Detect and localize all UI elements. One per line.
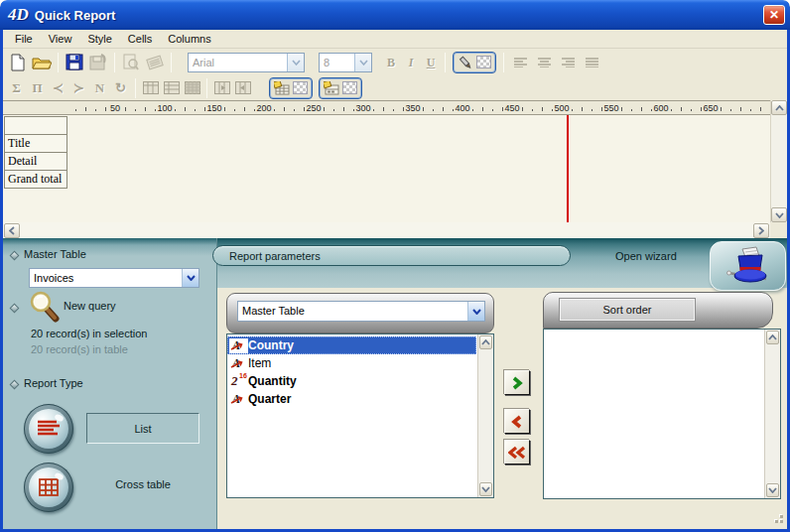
scroll-right-button[interactable]: [753, 223, 769, 238]
cell-color-toggle[interactable]: [453, 52, 496, 73]
scroll-down-button[interactable]: [479, 482, 492, 496]
field-row-item[interactable]: A Item: [227, 354, 476, 372]
list-report-button[interactable]: [24, 404, 73, 454]
ruler-tick: [304, 107, 305, 111]
field-row-quarter[interactable]: A Quarter: [227, 390, 476, 408]
save-as-button[interactable]: [86, 51, 110, 74]
fields-table-select[interactable]: Master Table: [237, 301, 485, 322]
fields-list[interactable]: A Country A Item 216Quantity A Quarter: [226, 333, 494, 498]
open-wizard-button[interactable]: [710, 241, 786, 291]
sort-list-scrollbar[interactable]: [764, 330, 780, 498]
menu-item-file[interactable]: File: [7, 31, 41, 47]
row-fill-toggle[interactable]: [319, 77, 362, 99]
n-button[interactable]: N: [89, 77, 110, 98]
cell-fill-toggle[interactable]: [269, 77, 313, 99]
cross-table-report-button[interactable]: [24, 463, 73, 512]
chevron-down-icon[interactable]: [182, 269, 198, 287]
scroll-up-button[interactable]: [766, 331, 779, 344]
align-left-button[interactable]: [508, 51, 532, 74]
grid-row-grand-total[interactable]: Grand total: [4, 170, 67, 189]
italic-button[interactable]: I: [401, 53, 421, 72]
ruler-number: 450: [504, 103, 519, 113]
fields-list-scrollbar[interactable]: [477, 334, 493, 497]
cross-table-label[interactable]: Cross table: [86, 478, 199, 490]
remove-all-fields-button[interactable]: [504, 440, 530, 465]
transparent-swatch-icon: [476, 56, 491, 68]
sidebar: Master Table Invoices New query 20 recor…: [3, 238, 217, 529]
ruler-number: 250: [306, 103, 321, 113]
scroll-down-button[interactable]: [771, 207, 787, 222]
bold-button[interactable]: B: [381, 53, 401, 72]
scroll-up-button[interactable]: [479, 335, 492, 349]
grid-arrow-right-icon: [235, 81, 251, 94]
ruler-tick: [234, 109, 235, 111]
horizontal-scrollbar[interactable]: [3, 222, 770, 238]
print-preview-button[interactable]: [119, 51, 143, 74]
menu-item-columns[interactable]: Columns: [160, 31, 218, 47]
sort-order-list[interactable]: [543, 329, 781, 499]
chevron-down-icon[interactable]: [467, 302, 484, 321]
ruler-tick: [502, 107, 503, 111]
field-row-country[interactable]: A Country: [227, 336, 476, 354]
save-button[interactable]: [63, 51, 86, 74]
print-preview-icon: [123, 54, 139, 70]
ruler-tick: [681, 107, 682, 111]
scroll-left-button[interactable]: [4, 223, 20, 238]
resize-grip[interactable]: [769, 509, 783, 523]
column-layout-button-1[interactable]: [140, 77, 161, 98]
chevron-left-icon: [9, 226, 15, 235]
alpha-field-icon: A: [229, 356, 248, 371]
field-row-quantity[interactable]: 216Quantity: [227, 372, 476, 390]
separator: [206, 78, 207, 98]
sort-desc-button[interactable]: ≻: [68, 77, 89, 98]
grid-row-title[interactable]: Title: [4, 134, 67, 153]
master-table-select[interactable]: Invoices: [29, 268, 199, 288]
print-button[interactable]: [143, 51, 167, 74]
ruler-number: 650: [703, 103, 718, 113]
menu-item-style[interactable]: Style: [79, 31, 119, 47]
align-right-button[interactable]: [556, 51, 580, 74]
ruler-tick: [641, 107, 642, 111]
magnifier-icon[interactable]: [29, 290, 60, 323]
chevron-down-icon[interactable]: [287, 54, 304, 71]
grid-header-cell[interactable]: [4, 116, 67, 135]
open-button[interactable]: [30, 51, 54, 74]
list-lines-icon: [37, 420, 61, 438]
align-justify-button[interactable]: [580, 51, 603, 74]
repeat-button[interactable]: ↻: [110, 77, 131, 98]
close-button[interactable]: ✕: [763, 5, 785, 25]
grid-row-detail[interactable]: Detail: [4, 152, 67, 171]
menu-bar: FileViewStyleCellsColumns: [3, 30, 787, 48]
records-in-table: 20 record(s) in table: [31, 343, 128, 355]
new-document-button[interactable]: [6, 51, 30, 74]
insert-column-right-button[interactable]: [232, 77, 253, 98]
vertical-scrollbar[interactable]: [770, 100, 787, 222]
bullet-diamond-icon: [10, 304, 20, 314]
chevron-down-icon[interactable]: [354, 54, 371, 71]
separator: [114, 53, 115, 72]
underline-button[interactable]: U: [421, 53, 441, 72]
font-family-combo[interactable]: Arial: [188, 53, 305, 72]
pi-button[interactable]: Π: [27, 77, 48, 98]
menu-item-view[interactable]: View: [41, 31, 80, 47]
column-layout-button-2[interactable]: [161, 77, 182, 98]
sort-asc-button[interactable]: ≺: [48, 77, 68, 98]
scroll-up-button[interactable]: [771, 100, 787, 115]
report-parameters-header: Report parameters: [212, 245, 571, 266]
sum-button[interactable]: Σ: [6, 77, 27, 98]
column-layout-button-3[interactable]: [182, 77, 202, 98]
insert-column-left-button[interactable]: [211, 77, 232, 98]
new-query-label[interactable]: New query: [64, 300, 116, 312]
font-size-combo[interactable]: 8: [319, 53, 372, 72]
ruler-tick: [631, 109, 632, 111]
menu-item-cells[interactable]: Cells: [120, 31, 160, 47]
list-type-frame[interactable]: List: [86, 413, 199, 444]
add-field-button[interactable]: [504, 370, 530, 395]
report-canvas[interactable]: TitleDetailGrand total: [3, 115, 770, 222]
align-center-button[interactable]: [532, 51, 556, 74]
scroll-down-button[interactable]: [766, 483, 779, 497]
ruler-tick: [472, 109, 473, 111]
title-bar[interactable]: 4D Quick Report ✕: [0, 0, 790, 30]
column-marker-line[interactable]: [567, 115, 569, 222]
remove-field-button[interactable]: [504, 409, 530, 434]
